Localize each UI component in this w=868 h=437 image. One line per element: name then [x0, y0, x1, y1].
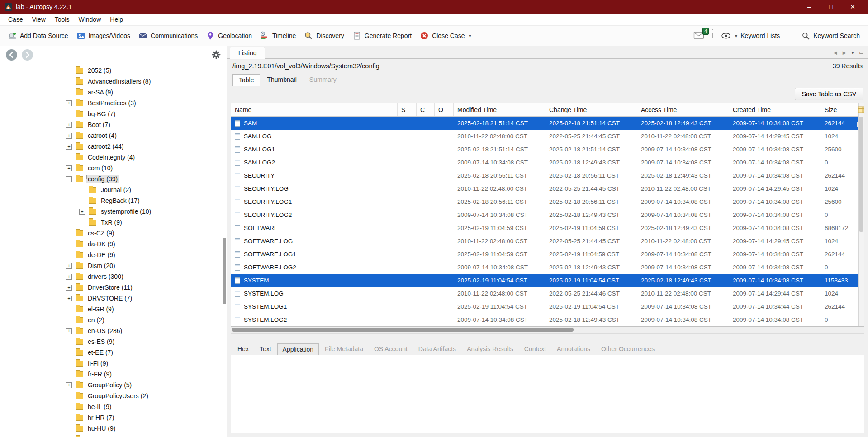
generate-report-button[interactable]: Generate Report	[348, 28, 416, 43]
keyword-search-button[interactable]: Keyword Search	[797, 28, 864, 43]
expand-plus-icon[interactable]: +	[66, 122, 72, 128]
tree-item-regback-17[interactable]: RegBack (17)	[0, 195, 227, 206]
tree-item-en-2[interactable]: en (2)	[0, 315, 227, 325]
tab-listing[interactable]: Listing	[230, 47, 265, 59]
geolocation-button[interactable]: Geolocation	[202, 28, 256, 43]
expand-plus-icon[interactable]: +	[66, 382, 72, 388]
tree-item-hr-hr-7[interactable]: hr-HR (7)	[0, 412, 227, 423]
tree-item-et-ee-7[interactable]: et-EE (7)	[0, 347, 227, 358]
table-vertical-scrollbar[interactable]	[858, 103, 864, 326]
column-header-c[interactable]: C	[417, 103, 435, 116]
table-row-system-log1[interactable]: SYSTEM.LOG12025-02-19 11:04:54 CST2025-0…	[231, 300, 858, 313]
tree-item-txr-9[interactable]: TxR (9)	[0, 217, 227, 228]
communications-button[interactable]: Communications	[134, 28, 202, 43]
tree-item-com-10[interactable]: +com (10)	[0, 163, 227, 174]
save-table-as-csv-button[interactable]: Save Table as CSV	[795, 88, 863, 100]
tree-item-journal-2[interactable]: Journal (2)	[0, 184, 227, 195]
forward-button[interactable]	[21, 49, 33, 61]
column-header-created-time[interactable]: Created Time	[729, 103, 821, 116]
tree-item-driverstore-11[interactable]: +DriverStore (11)	[0, 282, 227, 293]
images-videos-button[interactable]: Images/Videos	[72, 28, 134, 43]
back-button[interactable]	[5, 49, 18, 61]
table-row-software-log2[interactable]: SOFTWARE.LOG22009-07-14 10:34:08 CST2025…	[231, 261, 858, 274]
tree-item-boot-7[interactable]: +Boot (7)	[0, 119, 227, 130]
collapse-minus-icon[interactable]: −	[66, 176, 72, 182]
column-header-modified-time[interactable]: Modified Time	[454, 103, 545, 116]
tree-scrollbar-thumb[interactable]	[223, 238, 226, 304]
table-row-software-log1[interactable]: SOFTWARE.LOG12025-02-19 11:04:59 CST2025…	[231, 248, 858, 261]
maximize-button[interactable]: □	[820, 1, 842, 12]
table-row-sam-log1[interactable]: SAM.LOG12025-02-18 21:51:14 CST2025-02-1…	[231, 143, 858, 156]
viewer-tab-application[interactable]: Application	[277, 343, 319, 355]
column-header-access-time[interactable]: Access Time	[637, 103, 729, 116]
table-row-software[interactable]: SOFTWARE2025-02-19 11:04:59 CST2025-02-1…	[231, 221, 858, 235]
tree-item-catroot-4[interactable]: +catroot (4)	[0, 130, 227, 141]
menu-tools[interactable]: Tools	[50, 14, 74, 24]
tree-item-systemprofile-10[interactable]: +systemprofile (10)	[0, 206, 227, 217]
tree-item-catroot2-44[interactable]: +catroot2 (44)	[0, 141, 227, 152]
view-tab-thumbnail[interactable]: Thumbnail	[261, 74, 302, 85]
table-row-system-log[interactable]: SYSTEM.LOG2010-11-22 02:48:00 CST2022-05…	[231, 287, 858, 300]
table-row-sam-log2[interactable]: SAM.LOG22009-07-14 10:34:08 CST2025-02-1…	[231, 156, 858, 169]
expand-plus-icon[interactable]: +	[66, 285, 72, 291]
viewer-tab-hex[interactable]: Hex	[232, 343, 254, 355]
menu-view[interactable]: View	[28, 14, 50, 24]
tree-item-cs-cz-9[interactable]: cs-CZ (9)	[0, 228, 227, 239]
options-gear-button[interactable]	[211, 50, 221, 60]
tree-item-fr-fr-9[interactable]: fr-FR (9)	[0, 369, 227, 380]
tree-item-de-de-9[interactable]: de-DE (9)	[0, 249, 227, 260]
tree-item-ias-3[interactable]: ias (3)	[0, 434, 227, 437]
column-header-o[interactable]: O	[435, 103, 454, 116]
column-header-name[interactable]: Name	[231, 103, 398, 116]
discovery-button[interactable]: Discovery	[300, 28, 348, 43]
tree-item-bg-bg-7[interactable]: bg-BG (7)	[0, 108, 227, 119]
menu-case[interactable]: Case	[4, 14, 28, 24]
tree-item-el-gr-9[interactable]: el-GR (9)	[0, 304, 227, 315]
tree-item-en-us-286[interactable]: +en-US (286)	[0, 325, 227, 336]
inbox-button[interactable]: 4	[689, 28, 709, 44]
table-row-software-log[interactable]: SOFTWARE.LOG2010-11-22 02:48:00 CST2022-…	[231, 235, 858, 248]
table-row-security-log[interactable]: SECURITY.LOG2010-11-22 02:48:00 CST2022-…	[231, 182, 858, 195]
tree-item-da-dk-9[interactable]: da-DK (9)	[0, 239, 227, 249]
tree-item-ar-sa-9[interactable]: ar-SA (9)	[0, 87, 227, 98]
tab-scroll-left-icon[interactable]: ◀	[834, 50, 837, 55]
tab-maximize-icon[interactable]: ▭	[859, 50, 863, 55]
close-case-button[interactable]: Close Case▾	[416, 28, 475, 43]
expand-plus-icon[interactable]: +	[66, 263, 72, 269]
viewer-tab-text[interactable]: Text	[255, 343, 276, 355]
table-row-system[interactable]: SYSTEM2025-02-19 11:04:54 CST2025-02-19 …	[231, 274, 858, 287]
tree-item-advancedinstallers-8[interactable]: AdvancedInstallers (8)	[0, 76, 227, 87]
table-row-sam[interactable]: SAM2025-02-18 21:51:14 CST2025-02-18 21:…	[231, 117, 858, 130]
tree-item-drivers-300[interactable]: +drivers (300)	[0, 271, 227, 282]
column-header-change-time[interactable]: Change Time	[545, 103, 637, 116]
timeline-button[interactable]: Timeline	[256, 28, 300, 43]
tree-item-config-39[interactable]: −config (39)	[0, 174, 227, 184]
keyword-lists-button[interactable]: ▾ Keyword Lists	[716, 29, 784, 42]
table-vertical-scrollbar-thumb[interactable]	[859, 117, 863, 232]
tree-item-es-es-9[interactable]: es-ES (9)	[0, 336, 227, 347]
expand-plus-icon[interactable]: +	[66, 274, 72, 280]
view-tab-table[interactable]: Table	[232, 74, 260, 86]
tree-item-drvstore-7[interactable]: +DRVSTORE (7)	[0, 293, 227, 304]
tree-item-codeintegrity-4[interactable]: CodeIntegrity (4)	[0, 152, 227, 163]
table-row-security-log2[interactable]: SECURITY.LOG22009-07-14 10:34:08 CST2025…	[231, 208, 858, 221]
expand-plus-icon[interactable]: +	[79, 209, 85, 215]
expand-plus-icon[interactable]: +	[66, 144, 72, 150]
column-header-s[interactable]: S	[398, 103, 417, 116]
column-header-size[interactable]: Size	[821, 103, 858, 116]
tree-item-fi-fi-9[interactable]: fi-FI (9)	[0, 358, 227, 369]
column-settings-icon[interactable]	[858, 106, 864, 113]
table-row-security[interactable]: SECURITY2025-02-18 20:56:11 CST2025-02-1…	[231, 169, 858, 182]
minimize-button[interactable]: –	[798, 1, 820, 12]
expand-plus-icon[interactable]: +	[66, 296, 72, 301]
expand-plus-icon[interactable]: +	[66, 100, 72, 106]
table-row-sam-log[interactable]: SAM.LOG2010-11-22 02:48:00 CST2022-05-25…	[231, 130, 858, 143]
table-row-security-log1[interactable]: SECURITY.LOG12025-02-18 20:56:11 CST2025…	[231, 195, 858, 208]
tree-item-bestpractices-3[interactable]: +BestPractices (3)	[0, 98, 227, 108]
tree-item-dism-20[interactable]: +Dism (20)	[0, 260, 227, 271]
menu-window[interactable]: Window	[74, 14, 105, 24]
tab-list-icon[interactable]: ▾	[852, 50, 854, 55]
table-row-system-log2[interactable]: SYSTEM.LOG22009-07-14 10:34:08 CST2025-0…	[231, 313, 858, 326]
table-horizontal-scrollbar[interactable]	[231, 327, 864, 334]
tree-item-grouppolicy-5[interactable]: +GroupPolicy (5)	[0, 380, 227, 390]
